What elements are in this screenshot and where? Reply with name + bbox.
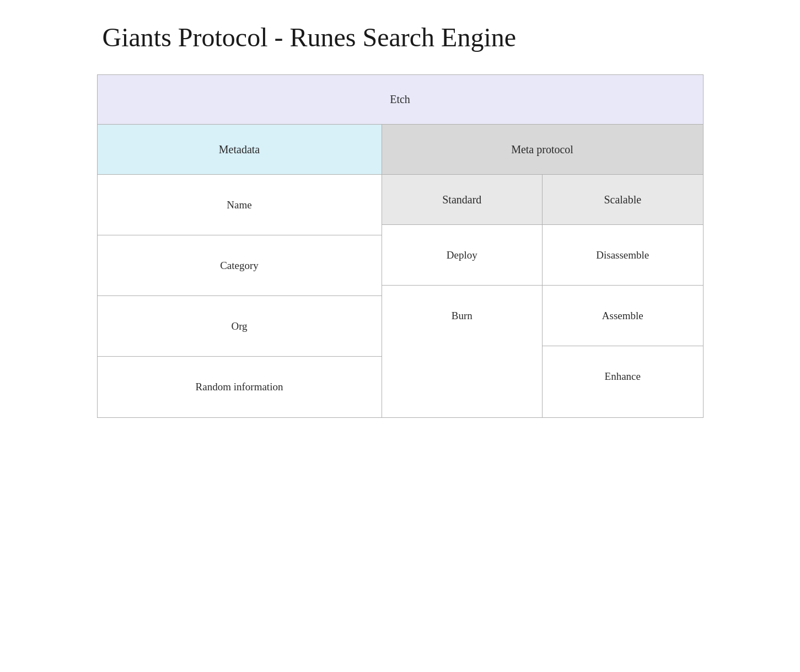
etch-row: Etch bbox=[98, 75, 703, 125]
list-item: Deploy bbox=[382, 225, 542, 286]
enhance-label: Enhance bbox=[605, 370, 641, 383]
scalable-label: Scalable bbox=[604, 193, 641, 206]
list-item: Disassemble bbox=[543, 225, 702, 286]
assemble-label: Assemble bbox=[602, 310, 643, 322]
list-item: Burn bbox=[382, 286, 542, 346]
metadata-cell: Metadata bbox=[98, 125, 382, 174]
metadata-label: Metadata bbox=[219, 143, 260, 156]
list-item: Name bbox=[98, 175, 382, 235]
diagram-wrapper: Etch Metadata Meta protocol Name Categor… bbox=[97, 74, 704, 418]
list-item: Enhance bbox=[543, 346, 702, 407]
page-container: Giants Protocol - Runes Search Engine Et… bbox=[97, 22, 704, 418]
meta-protocol-label: Meta protocol bbox=[511, 143, 573, 156]
category-label: Category bbox=[220, 260, 259, 272]
org-label: Org bbox=[231, 320, 247, 332]
list-item: Assemble bbox=[543, 286, 702, 346]
second-row: Metadata Meta protocol bbox=[98, 125, 703, 175]
burn-label: Burn bbox=[452, 310, 473, 322]
right-column: Standard Scalable Deploy Burn bbox=[382, 175, 703, 417]
page-title: Giants Protocol - Runes Search Engine bbox=[97, 22, 704, 52]
list-item: Random information bbox=[98, 357, 382, 417]
scalable-header: Scalable bbox=[543, 175, 702, 224]
content-rows: Name Category Org Random information Sta… bbox=[98, 175, 703, 417]
list-item: Category bbox=[98, 235, 382, 296]
etch-label: Etch bbox=[390, 93, 410, 106]
disassemble-label: Disassemble bbox=[596, 249, 649, 261]
random-info-label: Random information bbox=[196, 381, 283, 393]
left-column: Name Category Org Random information bbox=[98, 175, 382, 417]
standard-header: Standard bbox=[382, 175, 543, 224]
right-header-row: Standard Scalable bbox=[382, 175, 703, 225]
deploy-label: Deploy bbox=[447, 249, 477, 261]
name-label: Name bbox=[227, 199, 251, 211]
scalable-column: Disassemble Assemble Enhance bbox=[543, 225, 702, 417]
right-items-rows: Deploy Burn Disassemble Assemble bbox=[382, 225, 703, 417]
standard-column: Deploy Burn bbox=[382, 225, 543, 417]
list-item: Org bbox=[98, 296, 382, 357]
standard-label: Standard bbox=[442, 193, 481, 206]
meta-protocol-cell: Meta protocol bbox=[382, 125, 703, 174]
